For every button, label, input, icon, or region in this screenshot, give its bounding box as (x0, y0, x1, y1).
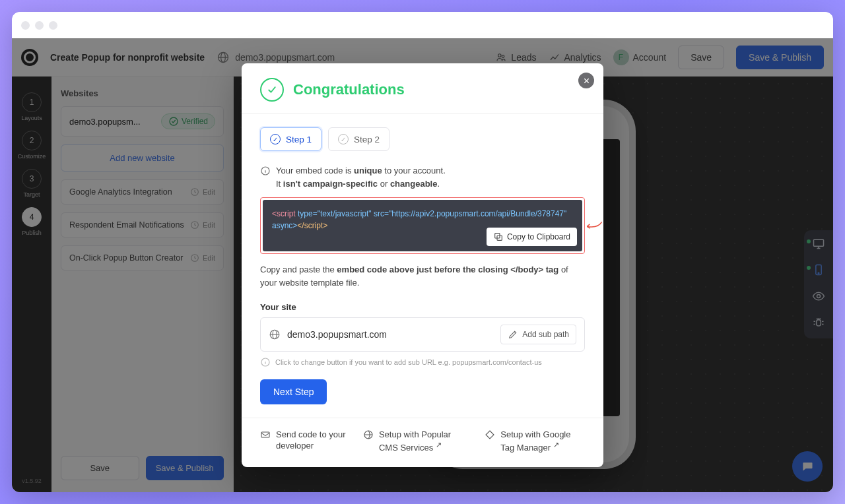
mac-titlebar (12, 12, 833, 38)
close-icon (583, 77, 590, 84)
embed-unique-note: Your embed code is unique to your accoun… (260, 164, 585, 191)
globe-icon (269, 329, 281, 340)
globe-icon (363, 429, 374, 440)
copy-icon (493, 232, 504, 242)
embed-instructions: Copy and paste the embed code above just… (260, 263, 585, 290)
sub-path-hint: Click to change button if you want to ad… (260, 357, 585, 367)
site-input-row: demo3.popupsmart.com Add sub path (260, 317, 585, 352)
check-circle-icon: ✓ (338, 134, 349, 144)
info-icon (260, 357, 271, 367)
check-circle-icon: ✓ (270, 134, 281, 144)
send-developer-link[interactable]: Send code to your developer (260, 429, 346, 454)
cms-setup-link[interactable]: Setup with Popular CMS Services ↗ (363, 429, 467, 454)
external-link-icon: ↗ (553, 441, 559, 449)
mail-icon (260, 429, 271, 440)
external-link-icon: ↗ (436, 441, 442, 449)
gtm-setup-link[interactable]: Setup with Google Tag Manager ↗ (485, 429, 585, 454)
embed-code-container: <script type="text/javascript" src="http… (260, 197, 585, 254)
tag-manager-icon (485, 429, 495, 440)
svg-rect-19 (261, 432, 269, 437)
app-area: Create Popup for nonprofit website demo3… (12, 38, 833, 492)
close-modal-button[interactable] (578, 73, 594, 88)
step-1-tab[interactable]: ✓ Step 1 (260, 127, 321, 151)
step-2-tab[interactable]: ✓ Step 2 (328, 127, 389, 151)
pencil-icon (508, 329, 518, 340)
embed-code[interactable]: <script type="text/javascript" src="http… (263, 200, 582, 251)
app-window: Create Popup for nonprofit website demo3… (12, 12, 833, 492)
copy-clipboard-button[interactable]: Copy to Clipboard (487, 228, 577, 246)
modal-title: Congratulations (293, 81, 405, 98)
congrats-modal: Congratulations ✓ Step 1 ✓ Step 2 (242, 63, 603, 467)
modal-overlay: Congratulations ✓ Step 1 ✓ Step 2 (12, 38, 833, 492)
success-check-icon (260, 78, 284, 102)
arrow-annotation-icon (584, 219, 603, 232)
zoom-traffic-icon[interactable] (49, 21, 57, 30)
site-value[interactable]: demo3.popupsmart.com (287, 329, 387, 340)
close-traffic-icon[interactable] (21, 21, 30, 30)
add-sub-path-button[interactable]: Add sub path (500, 325, 576, 344)
your-site-label: Your site (260, 302, 585, 312)
info-icon (260, 166, 271, 176)
next-step-button[interactable]: Next Step (260, 379, 327, 404)
minimize-traffic-icon[interactable] (35, 21, 44, 30)
